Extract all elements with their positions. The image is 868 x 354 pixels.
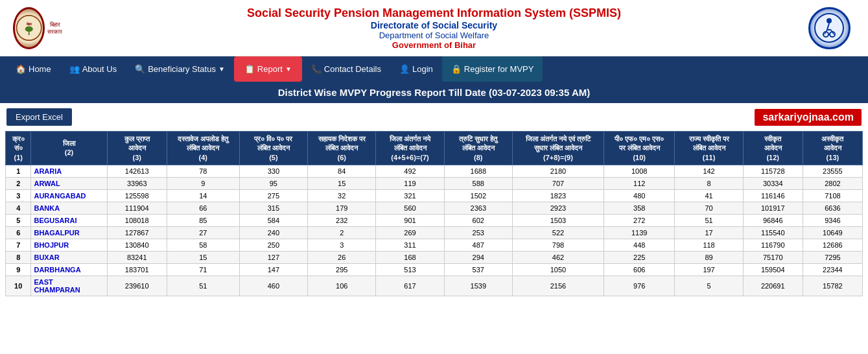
table-row: 4 BANKA 111904 66 315 179 560 2363 2923 … [6,202,863,214]
cell-district[interactable]: AURANGABAD [31,189,107,202]
nav-about-label: About Us [82,64,117,74]
cell-asst-dir: 26 [308,251,376,263]
system-title: Social Security Pension Management Infor… [65,6,803,20]
table-row: 3 AURANGABAD 125598 14 275 32 321 1502 1… [6,189,863,202]
cell-pfms: 1139 [604,226,675,239]
cell-dist-error: 2156 [512,276,604,296]
cell-district[interactable]: BHAGALPUR [31,226,107,239]
col-header-state-approved: राज्य स्वीकृति परलंबित आवेदन(11) [675,132,743,165]
col-header-dist-new: जिला अंतर्गत नयेलंबित आवेदन(4+5+6)=(7) [376,132,444,165]
cell-district[interactable]: ARARIA [31,165,107,177]
cell-error: 253 [444,226,512,239]
cell-asst-dir: 3 [308,239,376,251]
table-row: 8 BUXAR 83241 15 127 26 168 294 462 225 … [6,251,863,263]
cell-state-approved: 70 [675,202,743,214]
col-header-asst-dir: सहायक निदेशक परलंबित आवेदन(6) [308,132,376,165]
col-header-po: प्र० वि० प० परलंबित आवेदन(5) [239,132,307,165]
cell-sno: 10 [6,276,31,296]
cell-error: 1502 [444,189,512,202]
cell-pfms: 448 [604,239,675,251]
col-header-district: जिला(2) [31,132,107,165]
cell-pfms: 606 [604,263,675,276]
cell-asst-dir: 15 [308,177,376,189]
cell-asst-dir: 232 [308,214,376,226]
cell-dist-error: 798 [512,239,604,251]
cell-rejected: 12686 [803,239,862,251]
nav-register[interactable]: 🔒 Register for MVPY [442,56,543,82]
cell-district[interactable]: DARBHANGA [31,263,107,276]
nav-home[interactable]: 🏠 Home [6,56,60,82]
cell-asst-dir: 84 [308,165,376,177]
cell-dist-error: 1503 [512,214,604,226]
cell-po: 315 [239,202,307,214]
cell-dist-new: 513 [376,263,444,276]
cell-district[interactable]: BUXAR [31,251,107,263]
cell-sno: 2 [6,177,31,189]
cell-dist-error: 1050 [512,263,604,276]
export-excel-button[interactable]: Export Excel [6,108,72,126]
cell-total: 239610 [107,276,167,296]
progress-report-table: क्र०सं०(1) जिला(2) कुल प्राप्तआवेदन(3) द… [5,131,863,296]
cell-state-approved: 5 [675,276,743,296]
cell-district[interactable]: BHOJPUR [31,239,107,251]
cell-total: 33963 [107,177,167,189]
bihar-sarkar-logo: बिहार सरकार [13,7,45,49]
nav-about[interactable]: 👥 About Us [60,56,126,82]
cell-rejected: 23555 [803,165,862,177]
cell-doc-upload: 85 [167,214,239,226]
cell-sno: 4 [6,202,31,214]
table-row: 10 EASTCHAMPARAN 239610 51 460 106 617 1… [6,276,863,296]
svg-point-4 [25,26,33,32]
nav-home-label: Home [29,64,51,74]
col-header-doc-upload: दस्तावेज अपलोड हेतुलंबित आवेदन(4) [167,132,239,165]
cell-asst-dir: 2 [308,226,376,239]
report-dropdown-icon: ▼ [285,65,292,73]
cell-total: 183701 [107,263,167,276]
cell-approved: 116146 [743,189,803,202]
contact-icon: 📞 [311,64,322,74]
cell-approved: 159504 [743,263,803,276]
cell-dist-error: 1823 [512,189,604,202]
beneficiary-dropdown-icon: ▼ [218,65,225,73]
about-icon: 👥 [69,64,80,74]
cell-rejected: 9346 [803,214,862,226]
cell-district[interactable]: ARWAL [31,177,107,189]
logo-left: बिहार सरकार बिहार सरकार [13,5,65,51]
cell-rejected: 7295 [803,251,862,263]
nav-beneficiary[interactable]: 🔍 Beneficiary Status ▼ [126,56,234,82]
main-navbar: 🏠 Home 👥 About Us 🔍 Beneficiary Status ▼… [0,56,868,82]
col-header-pfms: पी० एफ० एम० एस०पर लंबित आवेदन(10) [604,132,675,165]
nav-contact[interactable]: 📞 Contact Details [302,56,390,82]
cell-state-approved: 8 [675,177,743,189]
cell-asst-dir: 106 [308,276,376,296]
cell-total: 111904 [107,202,167,214]
cell-doc-upload: 14 [167,189,239,202]
dept-title: Department of Social Welfare [65,30,803,40]
cell-po: 330 [239,165,307,177]
cell-po: 240 [239,226,307,239]
cell-rejected: 15782 [803,276,862,296]
cell-sno: 6 [6,226,31,239]
cell-state-approved: 41 [675,189,743,202]
table-row: 2 ARWAL 33963 9 95 15 119 588 707 112 8 … [6,177,863,189]
cell-pfms: 225 [604,251,675,263]
cell-sno: 3 [6,189,31,202]
nav-login[interactable]: 👤 Login [390,56,442,82]
nav-report[interactable]: 📋 Report ▼ [234,56,302,82]
col-header-approved: स्वीकृतआवेदन(12) [743,132,803,165]
cell-error: 1688 [444,165,512,177]
svg-point-6 [827,18,832,23]
cell-po: 460 [239,276,307,296]
cell-district[interactable]: BANKA [31,202,107,214]
data-table-container: क्र०सं०(1) जिला(2) कुल प्राप्तआवेदन(3) द… [0,131,868,301]
cell-district[interactable]: BEGUSARAI [31,214,107,226]
cell-pfms: 976 [604,276,675,296]
cell-asst-dir: 179 [308,202,376,214]
cell-district[interactable]: EASTCHAMPARAN [31,276,107,296]
table-header-row: क्र०सं०(1) जिला(2) कुल प्राप्तआवेदन(3) द… [6,132,863,165]
cell-approved: 220691 [743,276,803,296]
col-header-sno: क्र०सं०(1) [6,132,31,165]
cell-dist-new: 901 [376,214,444,226]
cell-total: 125598 [107,189,167,202]
cell-total: 127867 [107,226,167,239]
